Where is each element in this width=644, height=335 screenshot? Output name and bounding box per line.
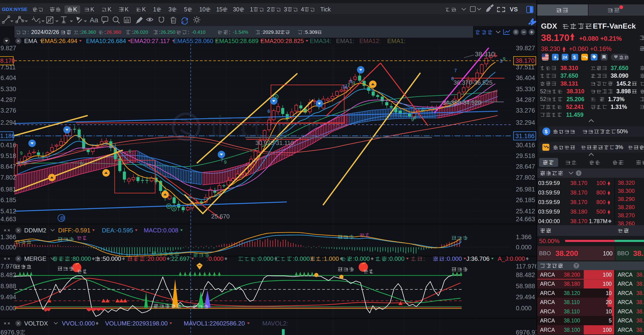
svg-text:38.200: 38.200 [556, 249, 578, 258]
svg-text:EMA12:: EMA12: [359, 38, 381, 44]
svg-text:100: 100 [603, 327, 612, 333]
svg-text:38.170: 38.170 [570, 180, 587, 186]
svg-text:9: 9 [275, 95, 277, 99]
svg-text:38.290: 38.290 [618, 196, 635, 202]
svg-text:Tick: Tick [320, 6, 331, 12]
svg-text::: : [132, 29, 133, 35]
svg-text:1.366: 1.366 [516, 234, 532, 240]
svg-text::: : [80, 29, 81, 35]
svg-text:MACD:0.008: MACD:0.008 [144, 227, 178, 234]
svg-text::50.000: :50.000 [101, 255, 122, 262]
svg-text:800: 800 [596, 199, 606, 205]
svg-text:38.270: 38.270 [618, 212, 635, 218]
svg-text::20.000: :20.000 [146, 255, 166, 262]
svg-text:6976.9: 6976.9 [516, 329, 535, 335]
svg-text:2.294: 2.294 [0, 119, 16, 126]
svg-text:MERGE: MERGE [24, 255, 46, 262]
svg-text:ARCA: ARCA [540, 281, 555, 287]
svg-text:8.482: 8.482 [0, 272, 16, 278]
svg-text:145.2: 145.2 [616, 80, 631, 87]
svg-text:DEA:-0.595: DEA:-0.595 [102, 227, 133, 234]
svg-text:ARCA: ARCA [618, 281, 633, 287]
svg-text:@: @ [60, 216, 65, 220]
svg-text:31.186: 31.186 [516, 132, 535, 140]
svg-text:30.416: 30.416 [516, 142, 535, 149]
svg-text::: : [304, 29, 305, 35]
svg-text:100: 100 [596, 180, 606, 186]
svg-text:38.320: 38.320 [618, 180, 635, 186]
svg-text:26.981: 26.981 [516, 186, 535, 193]
svg-text:33.276: 33.276 [516, 107, 535, 114]
svg-text:0.000: 0.000 [0, 305, 16, 312]
svg-text:5.309: 5.309 [305, 29, 318, 35]
svg-text:ARCA: ARCA [618, 308, 633, 314]
svg-text:20: 20 [606, 299, 612, 305]
svg-text:38.180: 38.180 [564, 281, 580, 287]
svg-text:35.330: 35.330 [516, 86, 535, 92]
svg-text::1.000: :1.000 [322, 255, 339, 262]
svg-text:ARCA: ARCA [618, 272, 633, 278]
svg-text::: : [159, 29, 160, 35]
svg-text:8: 8 [168, 204, 170, 208]
svg-text:6: 6 [268, 109, 270, 114]
svg-text:DIFF:-0.591: DIFF:-0.591 [58, 227, 90, 234]
svg-text:8.170: 8.170 [0, 58, 15, 64]
svg-text::: : [423, 255, 425, 262]
svg-text:K: K [90, 6, 94, 12]
svg-text:4.287: 4.287 [0, 96, 16, 103]
svg-text:52.241: 52.241 [566, 104, 584, 110]
svg-text:100: 100 [603, 250, 612, 256]
svg-text:0.000: 0.000 [0, 244, 16, 251]
svg-text::0.000: :0.000 [353, 255, 370, 262]
svg-text:EMA150:28.689: EMA150:28.689 [215, 38, 258, 44]
svg-text:5.330: 5.330 [0, 86, 16, 92]
svg-text:52: 52 [540, 88, 546, 94]
svg-text:11.459: 11.459 [566, 112, 584, 118]
svg-text:ARCA: ARCA [618, 299, 633, 305]
svg-text:29.494: 29.494 [516, 294, 535, 300]
svg-text:26.185: 26.185 [516, 196, 535, 204]
svg-text::: : [188, 29, 189, 35]
svg-text:8.988: 8.988 [0, 283, 16, 290]
svg-text:37.650: 37.650 [560, 72, 578, 79]
svg-text:38.2: 38.2 [636, 281, 644, 287]
svg-text:10: 10 [199, 6, 206, 12]
svg-text:VOLTDX: VOLTDX [24, 320, 48, 327]
svg-text:6.981: 6.981 [0, 186, 16, 193]
svg-text:3.276: 3.276 [0, 107, 16, 114]
svg-text:K: K [142, 6, 146, 12]
svg-text:5: 5 [184, 6, 187, 12]
svg-text:ARCA: ARCA [618, 290, 633, 296]
svg-text:DDMM2: DDMM2 [24, 227, 46, 234]
svg-text:6.185: 6.185 [0, 196, 16, 204]
svg-text:-0.410: -0.410 [192, 29, 206, 35]
svg-text:0.416: 0.416 [0, 142, 16, 149]
svg-text:38.2: 38.2 [636, 327, 644, 333]
svg-text:500: 500 [596, 208, 606, 215]
svg-text:15: 15 [216, 6, 222, 12]
svg-text:28.647: 28.647 [516, 163, 535, 170]
svg-text:38.200: 38.200 [564, 272, 580, 278]
svg-text:9: 9 [224, 160, 226, 165]
svg-text:03:59:59: 03:59:59 [538, 189, 560, 196]
svg-text:0.000: 0.000 [516, 305, 532, 312]
svg-text:6: 6 [409, 112, 411, 118]
svg-text:1.787M: 1.787M [589, 218, 608, 224]
svg-text::: : [28, 29, 29, 35]
svg-text:7.976: 7.976 [0, 263, 16, 270]
svg-text:4.663: 4.663 [0, 216, 16, 223]
svg-text:GDX: GDX [541, 22, 557, 30]
svg-text:9: 9 [503, 56, 506, 62]
svg-text:EMA55:28.060: EMA55:28.060 [173, 38, 213, 44]
svg-text:36.404: 36.404 [516, 74, 535, 82]
svg-text:ARCA: ARCA [540, 318, 555, 324]
svg-text:03:59:59: 03:59:59 [538, 208, 560, 215]
svg-text:25.206: 25.206 [566, 96, 584, 102]
svg-text:VVOL:0.000: VVOL:0.000 [62, 320, 95, 327]
svg-text:38.2: 38.2 [636, 272, 644, 278]
svg-text:EMA20:27.117: EMA20:27.117 [130, 38, 170, 44]
svg-text:Aa: Aa [90, 16, 98, 24]
svg-text:$: $ [573, 55, 576, 60]
svg-text:6: 6 [128, 149, 131, 154]
svg-text:38.2: 38.2 [636, 318, 644, 324]
